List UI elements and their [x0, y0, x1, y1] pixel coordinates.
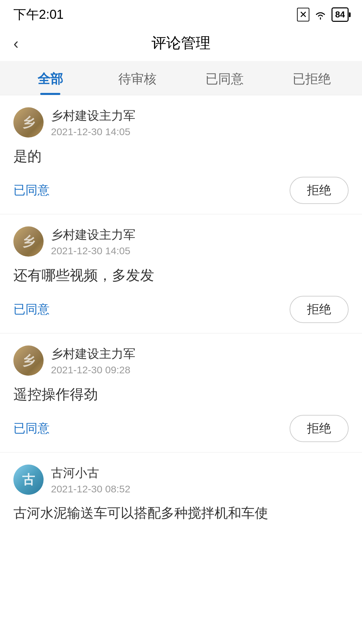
tab-approved[interactable]: 已同意 — [181, 61, 268, 95]
avatar — [13, 226, 44, 257]
tab-all[interactable]: 全部 — [7, 61, 94, 95]
comment-time: 2021-12-30 14:05 — [51, 126, 135, 138]
comment-item: 乡村建设主力军 2021-12-30 14:05 还有哪些视频，多发发 已同意 … — [0, 214, 362, 333]
user-info: 古河小古 2021-12-30 08:52 — [51, 465, 130, 495]
page-header: ‹ 评论管理 — [0, 26, 362, 61]
reject-button[interactable]: 拒绝 — [290, 177, 349, 204]
battery-indicator: 84 — [331, 7, 349, 22]
user-name: 乡村建设主力军 — [51, 227, 135, 243]
reject-button[interactable]: 拒绝 — [290, 415, 349, 442]
back-button[interactable]: ‹ — [13, 36, 18, 51]
screen-icon: ✕ — [297, 8, 309, 21]
comment-actions: 已同意 拒绝 — [13, 177, 349, 204]
reject-button[interactable]: 拒绝 — [290, 296, 349, 323]
user-name: 乡村建设主力军 — [51, 346, 135, 362]
comment-header: 乡村建设主力军 2021-12-30 14:05 — [13, 107, 349, 138]
user-info: 乡村建设主力军 2021-12-30 14:05 — [51, 108, 135, 138]
avatar — [13, 465, 44, 495]
comment-item-partial: 古河小古 2021-12-30 08:52 古河水泥输送车可以搭配多种搅拌机和车… — [0, 452, 362, 526]
comment-time: 2021-12-30 08:52 — [51, 483, 130, 495]
tab-pending[interactable]: 待审核 — [94, 61, 181, 95]
comment-actions: 已同意 拒绝 — [13, 415, 349, 442]
comment-header: 古河小古 2021-12-30 08:52 — [13, 465, 349, 495]
comment-time: 2021-12-30 09:28 — [51, 364, 135, 376]
approved-status: 已同意 — [13, 420, 50, 437]
avatar — [13, 345, 44, 376]
page-title: 评论管理 — [152, 33, 210, 53]
comment-item: 乡村建设主力军 2021-12-30 14:05 是的 已同意 拒绝 — [0, 95, 362, 214]
comment-content: 还有哪些视频，多发发 — [13, 265, 349, 286]
user-info: 乡村建设主力军 2021-12-30 09:28 — [51, 346, 135, 376]
status-icons: ✕ 84 — [297, 7, 349, 22]
tabs-bar: 全部 待审核 已同意 已拒绝 — [0, 61, 362, 95]
tab-rejected[interactable]: 已拒绝 — [268, 61, 355, 95]
comment-content: 遥控操作得劲 — [13, 384, 349, 405]
comment-actions: 已同意 拒绝 — [13, 296, 349, 323]
comment-time: 2021-12-30 14:05 — [51, 245, 135, 257]
approved-status: 已同意 — [13, 182, 50, 199]
status-time: 下午2:01 — [13, 6, 64, 23]
battery-level: 84 — [331, 7, 349, 22]
approved-status: 已同意 — [13, 301, 50, 318]
wifi-icon — [314, 10, 327, 20]
comment-content: 是的 — [13, 146, 349, 167]
comment-list: 乡村建设主力军 2021-12-30 14:05 是的 已同意 拒绝 乡村建设主… — [0, 95, 362, 526]
comment-header: 乡村建设主力军 2021-12-30 09:28 — [13, 345, 349, 376]
status-bar: 下午2:01 ✕ 84 — [0, 0, 362, 26]
comment-header: 乡村建设主力军 2021-12-30 14:05 — [13, 226, 349, 257]
user-info: 乡村建设主力军 2021-12-30 14:05 — [51, 227, 135, 257]
user-name: 乡村建设主力军 — [51, 108, 135, 124]
avatar — [13, 107, 44, 138]
comment-content-partial: 古河水泥输送车可以搭配多种搅拌机和车使 — [13, 503, 349, 523]
user-name: 古河小古 — [51, 465, 130, 481]
comment-item: 乡村建设主力军 2021-12-30 09:28 遥控操作得劲 已同意 拒绝 — [0, 333, 362, 452]
